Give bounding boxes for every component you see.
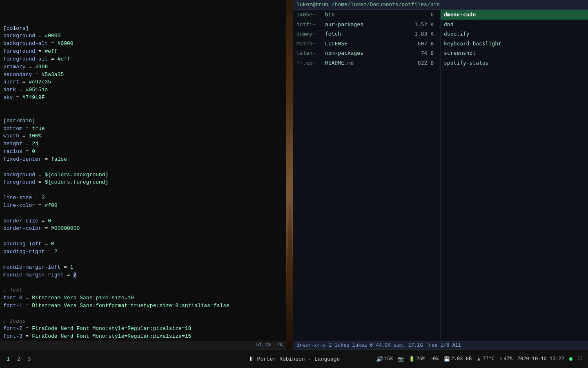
file-main-name: fetch: [325, 30, 408, 38]
editor-pane: [colors]background = #0000background-alt…: [0, 0, 286, 350]
code-line-3: foreground = #eff: [3, 48, 283, 56]
file-size: 74 B: [408, 49, 437, 57]
code-line-11: [3, 110, 283, 117]
code-line-22: line-size = 3: [3, 194, 283, 202]
file-short-name: dotfi~: [296, 20, 325, 29]
music-pause-icon[interactable]: ⏸: [248, 356, 254, 362]
datetime-value: 2020-10-10 13:22: [517, 356, 564, 362]
file-row-right-3[interactable]: keyboard-backlight: [441, 39, 588, 49]
ram-value: 2.03 GB: [451, 356, 472, 362]
taskbar-tabs[interactable]: 1 2 3: [0, 355, 37, 364]
file-manager-path: lukez@bruh /home/lukez/Documents/dotfile…: [296, 2, 440, 8]
battery-level-item: ⚡ 47%: [499, 356, 512, 362]
tab-3[interactable]: 3: [24, 355, 34, 364]
code-line-25: border-size = 0: [3, 218, 283, 225]
battery-icon: 🔋: [409, 356, 415, 362]
volume-icon: 🔊: [376, 356, 383, 363]
editor-statusbar: 51,23 7%: [0, 341, 286, 350]
code-line-36: font-1 = Bitstream Vera Sans:fontformat=…: [3, 302, 283, 310]
file-size: 822 B: [408, 59, 437, 67]
code-line-12: [bar/main]: [3, 117, 283, 125]
file-manager-pane: lukez@bruh /home/lukez/Documents/dotfile…: [293, 0, 588, 350]
right-file-name: screenshot: [444, 49, 476, 57]
code-line-23: line-color = #f00: [3, 202, 283, 210]
file-size: 1.52 K: [408, 20, 437, 29]
tab-1[interactable]: 1: [3, 355, 13, 364]
shield-icon: 🛡: [577, 356, 583, 362]
file-row-right-4[interactable]: screenshot: [441, 48, 588, 58]
code-line-9: sky = #74919F: [3, 94, 283, 102]
temp-value: 77°C: [483, 356, 494, 362]
code-line-19: background = ${colors.background}: [3, 171, 283, 179]
file-manager-status: drwxr-xr-x 2 lukez lukez 6 44.9K sum, 17…: [293, 341, 588, 350]
file-short-name: dummy~: [296, 30, 325, 38]
file-short-name: 140be~: [296, 11, 325, 19]
temp-item: 🌡 77°C: [477, 356, 494, 362]
file-status-text: drwxr-xr-x 2 lukez lukez 6 44.9K sum, 17…: [296, 343, 461, 348]
code-line-2: background-alt = #0000: [3, 40, 283, 48]
right-file-name: dnd: [444, 20, 453, 29]
file-main-name: aur-packages: [325, 20, 408, 29]
taskbar-system-info: 🔊 15% 📷 🔋 26% →0% 💾 2.03 GB 🌡 77°C: [371, 356, 588, 363]
file-short-name: Match~: [296, 40, 325, 48]
right-file-name: dspotify: [444, 30, 470, 38]
tab-2[interactable]: 2: [14, 355, 24, 364]
code-line-21: [3, 186, 283, 194]
file-row-left-5[interactable]: T~.ep~README.md822 B: [293, 58, 440, 68]
code-line-30: [3, 256, 283, 264]
network-item: →0%: [430, 356, 439, 362]
file-short-name: T~.ep~: [296, 59, 325, 67]
brightness-icon: 📷: [398, 356, 404, 362]
file-main-name: LICENSE: [325, 40, 408, 48]
code-line-13: bottom = true: [3, 125, 283, 133]
code-line-16: radius = 0: [3, 148, 283, 156]
code-line-26: border-color = #00000000: [3, 225, 283, 233]
code-line-17: fixed-center = false: [3, 156, 283, 164]
file-row-right-2[interactable]: dspotify: [441, 29, 588, 39]
file-listing[interactable]: 140be~bin6dotfi~aur-packages1.52 Kdummy~…: [293, 10, 588, 341]
file-size: 607 B: [408, 40, 437, 48]
music-text: Porter Robinson - Language: [257, 356, 340, 362]
code-line-5: primary = #99b: [3, 63, 283, 71]
code-line-39: font-2 = FiraCode Nerd Font Mono:style=R…: [3, 325, 283, 333]
ram-icon: 💾: [444, 356, 450, 362]
file-main-name: npm-packages: [325, 49, 408, 57]
code-line-10: [3, 102, 283, 110]
file-row-left-1[interactable]: dotfi~aur-packages1.52 K: [293, 20, 440, 29]
file-size: 1.83 K: [408, 30, 437, 38]
mountain-divider: [286, 0, 293, 350]
file-row-left-4[interactable]: talen~npm-packages74 B: [293, 48, 440, 58]
battery-level-value: 47%: [503, 356, 512, 362]
code-area: [colors]background = #0000background-alt…: [3, 25, 283, 341]
right-file-name: dmenu-code: [444, 11, 476, 19]
file-manager-header: lukez@bruh /home/lukez/Documents/dotfile…: [293, 0, 588, 10]
file-row-right-1[interactable]: dnd: [441, 20, 588, 29]
file-row-left-3[interactable]: Match~LICENSE607 B: [293, 39, 440, 49]
taskbar: 1 2 3 ⏸ Porter Robinson - Language 🔊 15%…: [0, 350, 588, 368]
code-line-35: font-0 = Bitstream Vera Sans:pixelsize=1…: [3, 294, 283, 302]
code-line-27: [3, 233, 283, 240]
code-line-20: foreground = ${colors.foreground}: [3, 179, 283, 186]
file-row-left-2[interactable]: dummy~fetch1.83 K: [293, 29, 440, 39]
file-main-name: bin: [325, 11, 408, 19]
code-line-6: secondary = #5a3a35: [3, 71, 283, 79]
editor-percent: 7%: [277, 342, 283, 348]
code-line-34: ; Text: [3, 287, 283, 294]
code-line-24: [3, 210, 283, 218]
code-line-18: [3, 164, 283, 171]
file-short-name: talen~: [296, 49, 325, 57]
editor-content[interactable]: [colors]background = #0000background-alt…: [0, 0, 286, 341]
file-row-left-0[interactable]: 140be~bin6: [293, 10, 440, 20]
code-line-31: module-margin-left = 1: [3, 264, 283, 272]
code-line-29: padding-right = 2: [3, 248, 283, 256]
file-size: 6: [408, 11, 437, 19]
file-row-right-0[interactable]: dmenu-code: [441, 10, 588, 20]
file-row-right-5[interactable]: spotify-status: [441, 58, 588, 68]
code-line-7: alert = #c92c35: [3, 79, 283, 86]
volume-value: 15%: [384, 356, 393, 362]
battery-item: 🔋 26%: [409, 356, 425, 362]
code-line-28: padding-left = 0: [3, 240, 283, 248]
taskbar-music: ⏸ Porter Robinson - Language: [248, 356, 340, 362]
battery-value: 26%: [416, 356, 425, 362]
file-main-name: README.md: [325, 59, 408, 67]
